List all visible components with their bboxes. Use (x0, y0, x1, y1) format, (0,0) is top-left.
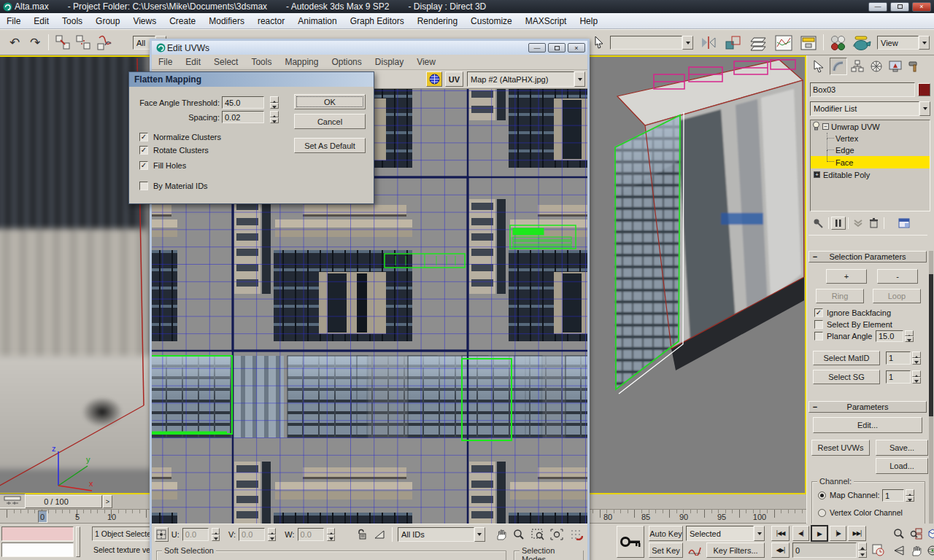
frame-spinner[interactable] (858, 542, 867, 558)
parameters-rollout-header[interactable]: − Parameters (808, 401, 927, 413)
menu-help[interactable]: Help (573, 13, 604, 28)
menu-maxscript[interactable]: MAXScript (519, 13, 574, 28)
set-keys-button[interactable] (617, 526, 644, 558)
close-button[interactable]: × (568, 43, 585, 52)
show-map-icon[interactable] (426, 71, 442, 87)
snap-toggle-icon[interactable] (568, 529, 584, 540)
menu-views[interactable]: Views (126, 13, 163, 28)
matid-field[interactable]: 1 (886, 351, 911, 365)
undo-icon[interactable]: ↶ (6, 34, 23, 51)
planar-angle-field[interactable]: 15.0 (876, 330, 903, 342)
set-as-default-button[interactable]: Set As Default (294, 138, 366, 153)
previous-frame-button[interactable]: ◀| (792, 526, 809, 541)
maxscript-mini-listener-white[interactable] (1, 542, 74, 557)
sg-field[interactable]: 1 (886, 370, 911, 384)
dropdown-arrow-icon[interactable] (919, 101, 930, 116)
redo-icon[interactable]: ↷ (26, 34, 44, 51)
modifier-list-dropdown[interactable]: Modifier List (810, 101, 930, 116)
uvw-menu-display[interactable]: Display (368, 55, 410, 69)
planar-angle-spinner[interactable] (905, 330, 914, 342)
render-scene-icon[interactable] (851, 33, 873, 53)
map-channel-radio[interactable]: Map Channel: (818, 491, 880, 499)
u-field[interactable]: 0.0 (182, 528, 209, 541)
map-channel-spinner[interactable] (906, 489, 914, 502)
grow-selection-button[interactable]: + (826, 269, 867, 284)
select-matid-button[interactable]: Select MatID (813, 351, 880, 365)
dropdown-arrow-icon[interactable] (754, 526, 765, 541)
ring-button[interactable]: Ring (816, 289, 864, 303)
absolute-mode-icon[interactable] (155, 527, 169, 542)
mirror-icon[interactable] (699, 34, 718, 52)
menu-modifiers[interactable]: Modifiers (202, 13, 251, 28)
uvw-menu-options[interactable]: Options (325, 55, 368, 69)
vertex-color-channel-radio[interactable]: Vertex Color Channel (818, 508, 903, 517)
utilities-tab-icon[interactable] (906, 58, 923, 75)
ok-button[interactable]: OK (294, 94, 366, 109)
uvw-menu-file[interactable]: File (152, 55, 179, 69)
pin-stack-icon[interactable] (810, 217, 826, 229)
edit-uvws-title-bar[interactable]: Edit UVWs — × (152, 41, 587, 55)
auto-key-button[interactable]: Auto Key (649, 526, 683, 541)
modify-tab-icon[interactable] (830, 58, 847, 75)
map-channel-field[interactable]: 1 (882, 489, 904, 502)
pan-hand-icon[interactable] (908, 542, 924, 558)
field-of-view-icon[interactable] (891, 542, 907, 558)
stack-item-unwrap-uvw[interactable]: − Unwrap UVW (811, 120, 930, 133)
open-minigraph-icon[interactable] (0, 494, 26, 508)
layer-manager-icon[interactable] (749, 34, 769, 52)
material-editor-icon[interactable] (827, 34, 848, 52)
spacing-field[interactable]: 0.02 (222, 111, 264, 123)
create-tab-arrow-icon[interactable] (811, 58, 828, 75)
unlink-selection-icon[interactable] (74, 34, 92, 51)
zoom-extents-icon[interactable] (549, 529, 565, 540)
panel-scrollbar-thumb[interactable] (929, 274, 933, 416)
menu-edit[interactable]: Edit (27, 13, 55, 28)
cancel-button[interactable]: Cancel (294, 114, 366, 129)
view-dropdown[interactable]: View (877, 36, 930, 50)
menu-graph-editors[interactable]: Graph Editors (344, 13, 411, 28)
map-dropdown[interactable]: Map #2 (AltaPHX.jpg) (467, 71, 585, 87)
minimize-button[interactable]: — (868, 2, 887, 12)
arc-rotate-icon[interactable] (925, 542, 934, 558)
listener-splitter[interactable] (76, 526, 80, 557)
go-to-start-button[interactable]: |◀◀ (771, 526, 790, 541)
menu-group[interactable]: Group (89, 13, 126, 28)
face-angle-field[interactable]: 45.0 (222, 96, 264, 109)
minimize-button[interactable]: — (528, 43, 546, 52)
lightbulb-icon[interactable] (812, 121, 820, 132)
time-slider-next-button[interactable]: > (103, 495, 112, 508)
load-uvws-button[interactable]: Load... (876, 458, 928, 474)
loop-button[interactable]: Loop (873, 289, 921, 303)
current-frame-field[interactable]: 0 (792, 542, 857, 558)
zoom-region-icon[interactable] (530, 529, 546, 540)
dropdown-arrow-icon[interactable] (682, 36, 693, 50)
remove-modifier-icon[interactable] (865, 218, 881, 228)
restore-button[interactable] (548, 43, 566, 52)
key-filters-button[interactable]: Key Filters... (706, 542, 765, 558)
save-uvws-button[interactable]: Save... (876, 440, 928, 456)
sg-spinner[interactable] (912, 370, 921, 384)
spacing-spinner[interactable] (270, 111, 279, 123)
fill-holes-checkbox[interactable]: ✓ Fill Holes (139, 161, 186, 170)
lock-selection-icon[interactable] (354, 529, 369, 540)
rollout-collapse-icon[interactable]: − (809, 402, 821, 411)
w-spinner[interactable] (327, 528, 335, 541)
menu-file[interactable]: File (0, 13, 27, 28)
maxscript-mini-listener-pink[interactable] (1, 526, 74, 541)
uvw-menu-mapping[interactable]: Mapping (278, 55, 325, 69)
restore-button[interactable] (890, 2, 909, 12)
align-icon[interactable] (724, 34, 743, 52)
select-sg-button[interactable]: Select SG (813, 370, 880, 384)
w-field[interactable]: 0.0 (298, 528, 324, 541)
zoom-extents-icon[interactable] (925, 526, 934, 541)
selection-parameters-rollout-header[interactable]: − Selection Parameters (808, 251, 927, 262)
menu-rendering[interactable]: Rendering (411, 13, 464, 28)
motion-tab-icon[interactable] (868, 58, 885, 75)
dropdown-arrow-icon[interactable] (474, 527, 485, 542)
configure-modifier-sets-icon[interactable] (895, 218, 913, 228)
v-field[interactable]: 0.0 (239, 528, 265, 541)
face-angle-spinner[interactable] (270, 96, 279, 109)
faces-tool-icon[interactable] (371, 529, 387, 540)
play-button[interactable]: ▶ (811, 525, 828, 542)
named-selection-sets-dropdown[interactable] (610, 36, 693, 50)
